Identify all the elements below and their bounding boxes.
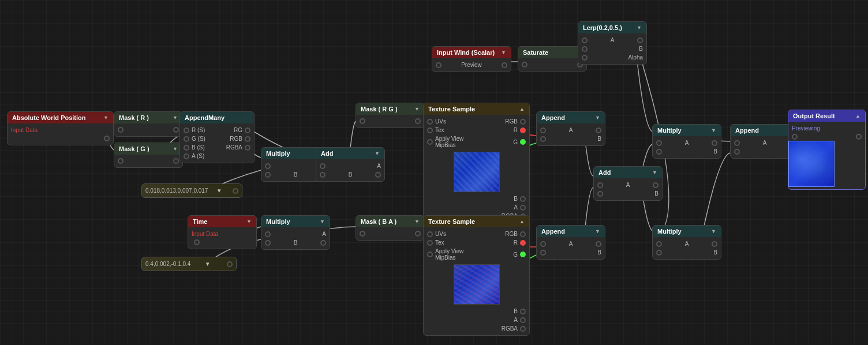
row-b: B [424,307,529,316]
output-pin-rg[interactable] [245,127,250,133]
input-pin-b[interactable] [656,149,662,155]
output-pin[interactable] [712,241,717,247]
input-pin-b[interactable] [540,250,546,256]
output-pin-b[interactable] [520,196,526,202]
output-pin-rgb[interactable] [520,231,526,237]
node-expand-icon[interactable]: ▲ [519,106,525,112]
output-pin[interactable] [415,118,421,124]
input-pin-b[interactable] [184,145,189,151]
input-pin-r[interactable] [184,127,189,133]
output-pin[interactable] [596,241,601,247]
input-pin-a[interactable] [582,38,588,43]
input-pin-a[interactable] [656,140,662,146]
input-pin[interactable] [118,127,124,133]
output-pin[interactable] [320,240,326,246]
input-pin[interactable] [118,158,124,164]
input-pin[interactable] [792,134,798,140]
input-pin[interactable] [360,118,365,124]
input-pin-tex[interactable] [427,127,433,133]
input-pin-mip[interactable] [427,139,433,145]
node-expand-icon[interactable]: ▼ [205,261,211,267]
label-b: B [597,136,601,142]
output-pin[interactable] [502,62,507,68]
node-header: Mask ( R G ) ▼ [356,103,424,115]
output-pin[interactable] [173,127,179,133]
input-pin-a[interactable] [656,241,662,247]
label-uvs: UVs [435,231,477,237]
node-expand-icon[interactable]: ▼ [173,146,178,152]
input-pin-a[interactable] [540,127,546,133]
input-pin-a[interactable] [540,241,546,247]
node-expand-icon[interactable]: ▼ [595,228,600,234]
node-expand-icon[interactable]: ▼ [637,25,642,31]
input-pin-a[interactable] [265,163,271,169]
node-expand-icon[interactable]: ▼ [414,106,420,112]
input-pin[interactable] [436,62,442,68]
output-pin-r[interactable] [520,240,526,246]
node-expand-icon[interactable]: ▼ [173,115,178,121]
input-pin[interactable] [522,62,527,68]
output-pin-a[interactable] [520,317,526,323]
input-pin-a[interactable] [265,231,271,237]
saturate-node: Saturate ▼ [518,46,587,72]
node-header: Absolute World Position ▼ [8,112,113,123]
output-pin-r[interactable] [520,127,526,133]
node-header: Input Wind (Scalar) ▼ [432,47,511,58]
output-pin[interactable] [856,134,862,140]
node-expand-icon[interactable]: ▼ [414,219,420,224]
input-pin-b[interactable] [265,240,271,246]
output-pin[interactable] [712,140,717,146]
input-pin-b[interactable] [320,172,326,178]
input-pin-a[interactable] [597,182,603,188]
output-pin[interactable] [227,261,233,267]
output-pin[interactable] [375,172,381,178]
input-pin-b[interactable] [582,46,588,52]
output-pin[interactable] [637,38,643,43]
node-expand-icon[interactable]: ▼ [216,187,222,194]
output-pin[interactable] [104,136,110,141]
input-pin-uvs[interactable] [427,231,433,237]
output-pin-rgba[interactable] [520,326,526,332]
input-pin-uvs[interactable] [427,119,433,125]
output-pin[interactable] [173,158,179,164]
input-pin-g[interactable] [184,136,189,142]
input-pin-b[interactable] [734,149,740,155]
output-pin[interactable] [653,182,659,188]
input-pin-mip[interactable] [427,252,433,257]
node-io-row [356,230,424,238]
node-expand-icon[interactable]: ▼ [711,228,716,234]
input-pin-b[interactable] [597,191,603,197]
output-pin[interactable] [194,239,200,245]
node-expand-icon[interactable]: ▼ [711,127,716,133]
input-pin-alpha[interactable] [582,55,588,61]
output-pin-g[interactable] [520,252,526,257]
input-pin[interactable] [360,231,365,237]
node-expand-icon[interactable]: ▼ [103,115,108,121]
input-pin-b[interactable] [656,250,662,256]
node-expand-icon[interactable]: ▼ [246,219,252,224]
input-pin-a[interactable] [184,153,189,159]
input-pin-a[interactable] [320,163,326,169]
output-pin-rgb[interactable] [520,119,526,125]
output-pin-rgb[interactable] [245,136,250,142]
input-pin-tex[interactable] [427,240,433,246]
output-pin[interactable] [596,127,601,133]
output-pin-a[interactable] [520,205,526,211]
output-pin[interactable] [415,231,421,237]
output-pin-g[interactable] [520,139,526,145]
node-expand-icon[interactable]: ▼ [320,219,325,224]
node-expand-icon[interactable]: ▲ [519,219,525,224]
input-pin-b[interactable] [265,172,271,178]
label-mip: Apply View MipBias [435,248,477,261]
node-expand-icon[interactable]: ▼ [501,50,506,55]
node-expand-icon[interactable]: ▼ [375,151,380,156]
node-expand-icon[interactable]: ▼ [595,115,600,121]
output-pin[interactable] [233,188,238,194]
node-header: Add ▼ [316,148,384,159]
output-pin-b[interactable] [520,309,526,314]
input-pin-a[interactable] [734,140,740,146]
node-expand-icon[interactable]: ▲ [855,113,860,119]
input-pin-b[interactable] [540,136,546,142]
node-expand-icon[interactable]: ▼ [652,170,657,175]
output-pin-rgba[interactable] [245,145,250,151]
